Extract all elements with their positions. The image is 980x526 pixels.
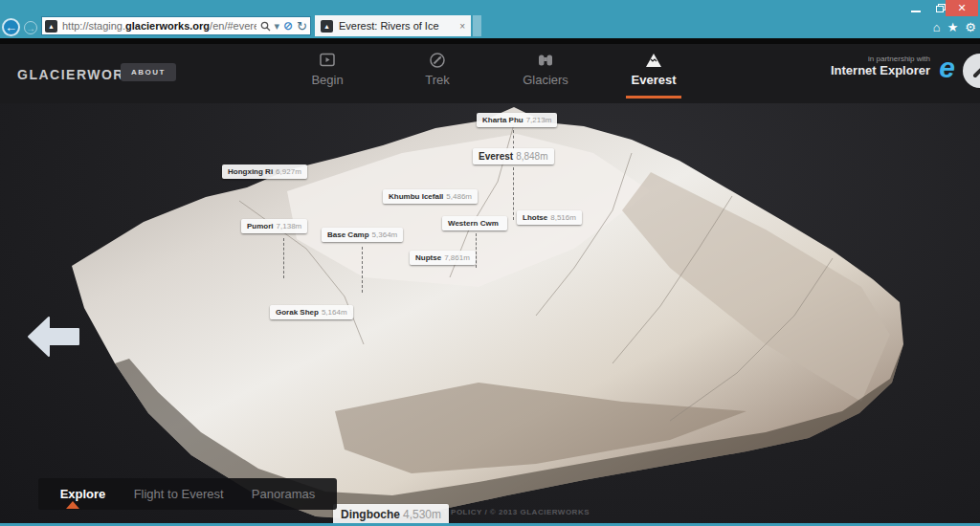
home-icon[interactable]: ⌂ — [933, 20, 941, 34]
nav-item-trek[interactable]: Trek — [385, 52, 490, 87]
map-label-hongxing-ri[interactable]: Hongxing Ri6,927m — [222, 164, 307, 179]
internet-explorer-logo-icon: e — [939, 54, 955, 82]
nav-item-everest[interactable]: Everest — [601, 52, 706, 87]
wrench-icon — [971, 62, 980, 79]
map-label-gorak-shep[interactable]: Gorak Shep5,164m — [270, 305, 353, 319]
mode-tabs-bar: Explore Flight to Everest Panoramas — [38, 478, 337, 510]
tab-favicon: ▲ — [321, 20, 333, 33]
browser-chrome: ✕ ← → ▲ http://staging.glacierworks.org/… — [0, 0, 980, 38]
url-text[interactable]: http://staging.glacierworks.org/en/#ever… — [62, 20, 256, 32]
search-icon[interactable] — [260, 21, 271, 32]
label-leader-line — [513, 167, 514, 220]
browser-tab[interactable]: ▲ Everest: Rivers of Ice × — [315, 15, 471, 36]
forward-button[interactable]: → — [24, 21, 37, 34]
map-label-lhotse[interactable]: Lhotse8,516m — [517, 210, 582, 225]
close-button[interactable]: ✕ — [946, 0, 978, 16]
active-tab-underline — [626, 96, 681, 99]
partnership-tagline: in partnership with — [831, 55, 930, 63]
nav-label: Begin — [311, 73, 343, 87]
back-arrow-icon: ← — [5, 20, 17, 34]
tools-wrench-button[interactable] — [963, 54, 980, 88]
binoculars-icon — [536, 52, 555, 69]
active-tab-marker — [66, 501, 79, 509]
tab-flight-to-everest[interactable]: Flight to Everest — [134, 487, 224, 501]
play-icon — [318, 52, 337, 69]
back-button[interactable]: ← — [2, 18, 20, 36]
address-dropdown-caret-icon[interactable]: ▾ — [275, 20, 280, 33]
favorites-star-icon[interactable]: ★ — [947, 20, 959, 34]
nav-label: Trek — [425, 73, 450, 87]
new-tab-button[interactable] — [473, 15, 481, 36]
nav-item-begin[interactable]: Begin — [275, 52, 380, 87]
screen: ✕ ← → ▲ http://staging.glacierworks.org/… — [0, 0, 980, 526]
tab-explore[interactable]: Explore — [60, 487, 106, 501]
chrome-toolbar: ⌂ ★ ⚙ — [933, 20, 976, 34]
map-label-base-camp[interactable]: Base Camp5,364m — [322, 228, 403, 242]
map-label-everest[interactable]: Everest8,848m — [473, 148, 554, 164]
partnership-block: in partnership with Internet Explorer — [831, 55, 930, 77]
mountain-icon — [643, 52, 664, 69]
label-leader-line — [476, 233, 477, 268]
left-arrow-icon — [29, 318, 78, 356]
map-label-nuptse[interactable]: Nuptse7,861m — [410, 251, 476, 265]
nav-label: Glaciers — [523, 73, 568, 87]
settings-gear-icon[interactable]: ⚙ — [965, 20, 976, 34]
map-label-western-cwm[interactable]: Western Cwm — [442, 216, 507, 230]
refresh-icon[interactable]: ↻ — [297, 19, 307, 33]
minimize-button[interactable] — [903, 0, 928, 16]
site-favicon: ▲ — [45, 20, 57, 33]
label-leader-line — [283, 238, 284, 278]
tab-title: Everest: Rivers of Ice — [339, 20, 456, 32]
map-label-pumori[interactable]: Pumori7,138m — [241, 219, 307, 233]
tab-panoramas[interactable]: Panoramas — [252, 487, 315, 501]
map-label-dingboche[interactable]: Dingboche4,530m — [333, 504, 449, 525]
site-navbar: GLACIERWORKS ABOUT Begin Trek Glaciers E… — [0, 44, 980, 103]
label-leader-line — [362, 247, 363, 293]
compass-icon — [428, 52, 447, 69]
map-label-khumbu-icefall[interactable]: Khumbu Icefall5,486m — [383, 189, 478, 204]
restore-icon — [936, 4, 946, 12]
map-label-kharta-phu[interactable]: Kharta Phu7,213m — [477, 113, 557, 127]
tab-close-icon[interactable]: × — [459, 21, 465, 32]
partnership-brand: Internet Explorer — [831, 63, 930, 77]
nav-item-glaciers[interactable]: Glaciers — [493, 52, 598, 87]
previous-view-arrow-button[interactable] — [27, 316, 80, 358]
label-leader-line — [513, 130, 514, 149]
forward-arrow-icon: → — [26, 23, 35, 33]
about-button[interactable]: ABOUT — [121, 63, 176, 81]
close-icon: ✕ — [957, 2, 966, 14]
minimize-icon — [911, 11, 921, 12]
tracking-block-icon[interactable]: ⊘ — [283, 19, 293, 33]
address-bar[interactable]: ▲ http://staging.glacierworks.org/en/#ev… — [41, 16, 311, 35]
nav-label: Everest — [632, 73, 677, 87]
